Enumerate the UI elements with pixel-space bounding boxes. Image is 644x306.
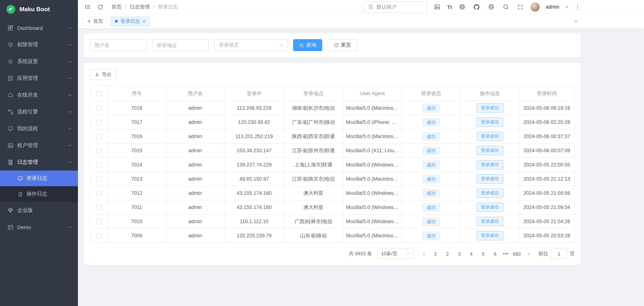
cell-time: 2024-05-05 22:00:55 <box>519 158 574 172</box>
column-header-ip: 登录IP <box>224 86 284 101</box>
row-checkbox[interactable] <box>96 134 101 139</box>
font-size-icon[interactable]: Tt <box>447 4 452 10</box>
row-checkbox[interactable] <box>96 219 101 224</box>
username-input[interactable] <box>90 39 146 51</box>
tenant-select[interactable]: 默认租户 <box>364 1 427 13</box>
operation-info-button[interactable]: 登录成功 <box>476 118 503 127</box>
tab-label: 首页 <box>93 18 103 25</box>
table-row: 7009 admin 120.225.239.79 山东省|移动 Mozilla… <box>90 229 574 243</box>
page-number-3[interactable]: 3 <box>454 248 464 259</box>
chevron-down-icon <box>406 252 410 256</box>
row-checkbox[interactable] <box>96 106 101 111</box>
cell-ip: 139.227.74.229 <box>224 158 284 172</box>
refresh-icon[interactable] <box>96 3 105 11</box>
row-checkbox[interactable] <box>96 233 101 238</box>
cell-location: 湖南省|长沙市|电信 <box>284 101 343 115</box>
operation-info-button[interactable]: 登录成功 <box>476 103 503 113</box>
sidebar-item-login-log[interactable]: 登录日志 <box>0 171 78 186</box>
row-checkbox[interactable] <box>96 120 101 125</box>
page-number-last[interactable]: 692 <box>512 248 522 259</box>
sidebar-item-my-workflow[interactable]: 我的流程 <box>0 120 78 137</box>
chevron-down-icon <box>68 126 72 131</box>
login-location-input[interactable] <box>152 39 209 51</box>
status-badge: 成功 <box>422 231 440 240</box>
page-number-5[interactable]: 5 <box>478 248 488 259</box>
sidebar-item-operation-log[interactable]: 操作日志 <box>0 186 78 202</box>
breadcrumb-item-home[interactable]: 首页 <box>112 4 122 10</box>
operation-info-button[interactable]: 登录成功 <box>476 217 503 226</box>
row-checkbox[interactable] <box>96 191 101 196</box>
sidebar-item-demo[interactable]: Demo <box>0 219 78 235</box>
search-icon[interactable] <box>501 3 510 11</box>
language-globe-icon[interactable] <box>458 3 466 11</box>
row-checkbox[interactable] <box>96 162 101 168</box>
sidebar-item-log-management[interactable]: 日志管理 <box>0 154 78 171</box>
login-status-select[interactable]: 登录状态 <box>214 39 288 51</box>
page-number-6[interactable]: 6 <box>490 248 500 259</box>
login-log-panel: 导出 序号 用户名 登录IP 登录地点 User Agent <box>84 63 580 265</box>
tab-close-icon[interactable]: × <box>142 19 146 24</box>
search-button[interactable]: 查询 <box>293 39 322 51</box>
cell-ip: 120.225.239.79 <box>224 229 284 243</box>
prev-page-icon[interactable]: ‹ <box>419 248 428 259</box>
select-all-checkbox[interactable] <box>96 91 101 96</box>
sidebar-item-workflow-engine[interactable]: 流程引擎 <box>0 103 78 120</box>
cell-operation: 登录成功 <box>460 214 519 229</box>
top-bar-actions: 默认租户 Tt admin ⋮ <box>364 1 580 13</box>
operation-info-button[interactable]: 登录成功 <box>476 188 503 198</box>
user-avatar[interactable] <box>530 2 540 12</box>
sidebar-item-system-settings[interactable]: 系统设置 <box>0 53 78 70</box>
sidebar-item-app-management[interactable]: 应用管理 <box>0 70 78 87</box>
status-badge: 成功 <box>422 104 440 112</box>
page-number-1[interactable]: 1 <box>430 248 440 259</box>
sidebar-item-online-dev[interactable]: 在线开发 <box>0 87 78 103</box>
chevron-down-icon <box>68 76 72 80</box>
more-vertical-icon[interactable]: ⋮ <box>575 4 580 10</box>
goto-page-input[interactable] <box>551 248 567 259</box>
operation-info-button[interactable]: 登录成功 <box>476 132 503 141</box>
more-pages-icon[interactable]: ••• <box>502 251 510 256</box>
tabs-dropdown-icon[interactable] <box>574 14 578 28</box>
sidebar-item-dashboard[interactable]: Dashboard <box>0 20 78 36</box>
breadcrumb-item-log-management[interactable]: 日志管理 <box>130 4 150 10</box>
cell-status: 成功 <box>402 129 460 143</box>
reset-button[interactable]: 重置 <box>328 39 357 51</box>
tab-home[interactable]: 首页 <box>83 16 108 26</box>
operation-info-button[interactable]: 登录成功 <box>476 160 503 169</box>
github-icon[interactable] <box>472 3 481 11</box>
cell-username: admin <box>166 143 224 158</box>
fullscreen-icon[interactable] <box>516 3 525 11</box>
cell-operation: 登录成功 <box>460 115 519 129</box>
operation-info-button[interactable]: 登录成功 <box>476 146 503 155</box>
operation-info-button[interactable]: 登录成功 <box>476 231 503 240</box>
sidebar-item-enterprise[interactable]: 企业版 <box>0 202 78 219</box>
operation-info-button[interactable]: 登录成功 <box>476 174 503 184</box>
sidebar-item-permissions[interactable]: 权限管理 <box>0 36 78 53</box>
gitee-icon[interactable] <box>487 3 496 11</box>
cell-user-agent: Mozilla/5.0 (Windows… <box>343 214 402 229</box>
row-checkbox[interactable] <box>96 148 101 153</box>
cell-ip: 116.1.112.10 <box>224 214 284 229</box>
chevron-down-icon[interactable] <box>565 5 569 9</box>
sidebar-item-tenant-management[interactable]: 租户管理 <box>0 137 78 154</box>
pagination: 共 6915 条 10条/页 ‹ 1 2 3 4 5 6 ••• 692 › <box>90 248 575 259</box>
export-button[interactable]: 导出 <box>90 69 116 80</box>
watermark-image-icon[interactable] <box>432 3 442 11</box>
next-page-icon[interactable]: › <box>524 248 533 259</box>
page-number-4[interactable]: 4 <box>466 248 476 259</box>
operation-info-button[interactable]: 登录成功 <box>476 203 503 212</box>
page-size-select[interactable]: 10条/页 <box>377 248 413 259</box>
tab-login-log[interactable]: 登录日志 × <box>110 16 150 26</box>
sidebar-item-label: 权限管理 <box>17 41 68 48</box>
cell-location: 澳大利亚 <box>284 186 343 200</box>
cell-status: 成功 <box>402 143 460 158</box>
chevron-down-icon <box>68 42 72 47</box>
username-label[interactable]: admin <box>546 4 559 10</box>
collapse-sidebar-icon[interactable] <box>83 3 92 11</box>
sidebar-submenu-logs: 登录日志 操作日志 <box>0 171 78 202</box>
page-number-2[interactable]: 2 <box>442 248 452 259</box>
row-checkbox[interactable] <box>96 205 101 210</box>
tab-label: 登录日志 <box>120 18 140 25</box>
cell-location: 江苏省|苏州市|联通 <box>284 143 343 158</box>
row-checkbox[interactable] <box>96 176 101 182</box>
